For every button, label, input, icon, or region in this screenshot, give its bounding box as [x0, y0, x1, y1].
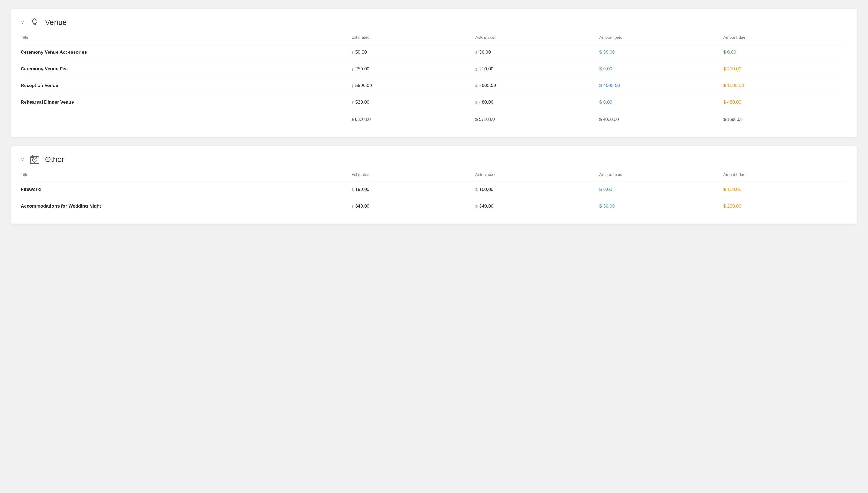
svg-rect-15 [36, 157, 37, 157]
row-actual-cost: $ 210.00 [475, 61, 599, 78]
row-title: Accommodations for Wedding Night [21, 198, 351, 215]
row-amount-paid: $ 4000.00 [600, 78, 723, 94]
row-title: Reception Venue [21, 78, 351, 94]
venue-icon [29, 16, 41, 28]
venue-section: ∨ Venue Title Estimated Actual cost [11, 9, 857, 137]
row-actual-cost: $ 5000.00 [475, 78, 599, 94]
row-amount-due: $ 210.00 [723, 61, 847, 78]
row-amount-due: $ 100.00 [723, 181, 847, 198]
row-amount-due: $ 290.00 [723, 198, 847, 215]
dollar-icon: $ [351, 50, 354, 55]
venue-col-due: Amount due [723, 35, 847, 44]
venue-section-header: ∨ Venue [21, 16, 847, 28]
row-title: Ceremony Venue Accessories [21, 44, 351, 61]
venue-col-estimated: Estimated [351, 35, 475, 44]
dollar-icon: $ [351, 204, 354, 209]
svg-rect-14 [35, 157, 36, 157]
table-row: Firework!$ 150.00$ 100.00$ 0.00$ 100.00 [21, 181, 847, 198]
svg-rect-12 [32, 157, 32, 157]
svg-rect-13 [33, 157, 34, 157]
dollar-icon: $ [723, 50, 727, 55]
other-col-title: Title [21, 172, 351, 181]
dollar-icon: $ [475, 204, 478, 209]
venue-col-actual: Actual cost [475, 35, 599, 44]
other-icon [29, 153, 41, 166]
dollar-icon: $ [351, 67, 354, 71]
row-amount-due: $ 1000.00 [723, 78, 847, 94]
row-amount-due: $ 0.00 [723, 44, 847, 61]
venue-table: Title Estimated Actual cost Amount paid … [21, 35, 847, 127]
row-actual-cost: $ 100.00 [475, 181, 599, 198]
venue-col-paid: Amount paid [600, 35, 723, 44]
venue-total-estimated: $ 6320.00 [351, 110, 475, 127]
row-actual-cost: $ 30.00 [475, 44, 599, 61]
venue-title: Venue [45, 18, 67, 27]
dollar-icon: $ [723, 203, 727, 209]
other-title: Other [45, 155, 64, 164]
row-amount-paid: $ 0.00 [600, 181, 723, 198]
svg-line-6 [37, 19, 38, 19]
venue-total-paid: $ 4030.00 [600, 110, 723, 127]
svg-point-0 [33, 19, 37, 23]
venue-total-actual: $ 5720.00 [475, 110, 599, 127]
row-actual-cost: $ 340.00 [475, 198, 599, 215]
row-estimated: $ 520.00 [351, 94, 475, 111]
table-row: Rehearsal Dinner Venue$ 520.00$ 480.00$ … [21, 94, 847, 111]
dollar-icon: $ [600, 203, 603, 209]
other-col-estimated: Estimated [351, 172, 475, 181]
row-estimated: $ 50.00 [351, 44, 475, 61]
dollar-icon: $ [351, 187, 354, 192]
row-amount-paid: $ 0.00 [600, 61, 723, 78]
dollar-icon: $ [351, 83, 354, 88]
dollar-icon: $ [600, 187, 603, 192]
row-estimated: $ 5500.00 [351, 78, 475, 94]
dollar-icon: $ [723, 100, 727, 105]
dollar-icon: $ [723, 66, 727, 71]
dollar-icon: $ [600, 50, 603, 55]
row-title: Rehearsal Dinner Venue [21, 94, 351, 111]
table-row: Ceremony Venue Accessories$ 50.00$ 30.00… [21, 44, 847, 61]
venue-totals-row: $ 6320.00 $ 5720.00 $ 4030.00 $ 1690.00 [21, 110, 847, 127]
dollar-icon: $ [475, 83, 478, 88]
other-section: ∨ Other Title Estimated [11, 146, 857, 224]
other-chevron[interactable]: ∨ [21, 156, 24, 163]
table-row: Accommodations for Wedding Night$ 340.00… [21, 198, 847, 215]
other-col-actual: Actual cost [475, 172, 599, 181]
row-actual-cost: $ 480.00 [475, 94, 599, 111]
dollar-icon: $ [723, 83, 727, 88]
dollar-icon: $ [600, 83, 603, 88]
other-col-due: Amount due [723, 172, 847, 181]
dollar-icon: $ [600, 66, 603, 71]
row-estimated: $ 340.00 [351, 198, 475, 215]
other-col-paid: Amount paid [600, 172, 723, 181]
row-amount-due: $ 480.00 [723, 94, 847, 111]
row-amount-paid: $ 0.00 [600, 94, 723, 111]
svg-line-4 [32, 19, 33, 19]
other-table: Title Estimated Actual cost Amount paid … [21, 172, 847, 214]
row-amount-paid: $ 50.00 [600, 198, 723, 215]
dollar-icon: $ [351, 100, 354, 105]
row-title: Ceremony Venue Fee [21, 61, 351, 78]
venue-total-due: $ 1690.00 [723, 110, 847, 127]
row-estimated: $ 150.00 [351, 181, 475, 198]
venue-chevron[interactable]: ∨ [21, 19, 24, 25]
table-row: Reception Venue$ 5500.00$ 5000.00$ 4000.… [21, 78, 847, 94]
row-estimated: $ 250.00 [351, 61, 475, 78]
dollar-icon: $ [475, 187, 478, 192]
other-section-header: ∨ Other [21, 153, 847, 166]
dollar-icon: $ [475, 50, 478, 55]
dollar-icon: $ [723, 187, 727, 192]
table-row: Ceremony Venue Fee$ 250.00$ 210.00$ 0.00… [21, 61, 847, 78]
dollar-icon: $ [475, 100, 478, 105]
dollar-icon: $ [600, 100, 603, 105]
row-title: Firework! [21, 181, 351, 198]
row-amount-paid: $ 30.00 [600, 44, 723, 61]
dollar-icon: $ [475, 67, 478, 71]
venue-col-title: Title [21, 35, 351, 44]
